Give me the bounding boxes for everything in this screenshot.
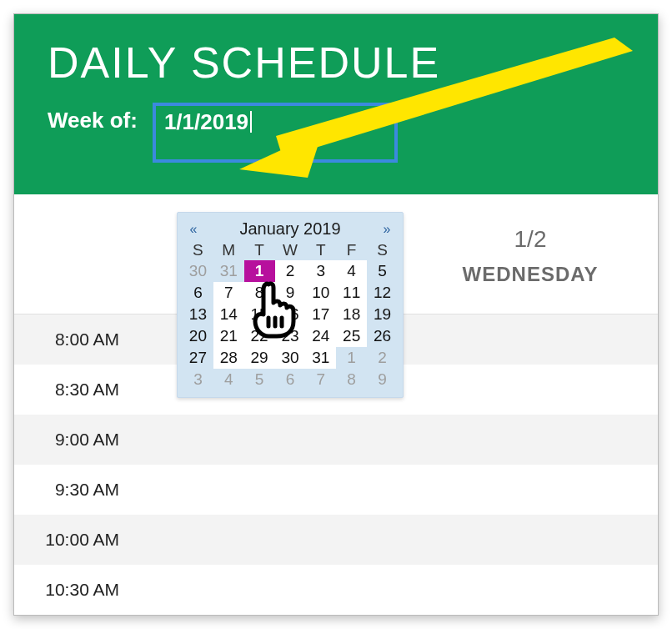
time-slot: 9:00 AM	[14, 415, 658, 465]
datepicker-day-cell[interactable]: 26	[367, 325, 398, 347]
week-of-label: Week of:	[48, 103, 138, 133]
datepicker-day-cell[interactable]: 27	[183, 347, 213, 369]
datepicker-day-cell[interactable]: 5	[244, 369, 275, 390]
datepicker-day-cell[interactable]: 1	[336, 347, 367, 369]
datepicker-day-cell[interactable]: 31	[213, 260, 244, 282]
datepicker-day-cell[interactable]: 17	[305, 304, 336, 325]
time-label: 8:00 AM	[14, 330, 148, 350]
datepicker-day-cell[interactable]: 31	[305, 347, 336, 369]
schedule-cell[interactable]	[148, 415, 401, 465]
time-label: 10:00 AM	[14, 530, 148, 550]
datepicker-next-button[interactable]: »	[379, 222, 394, 237]
datepicker-day-cell[interactable]: 6	[183, 282, 213, 304]
datepicker-day-cell[interactable]: 10	[305, 282, 336, 304]
dow-header: T	[244, 240, 275, 260]
datepicker-week-row: 3456789	[183, 369, 398, 390]
header: DAILY SCHEDULE Week of: 1/1/2019	[14, 14, 658, 198]
datepicker-day-cell[interactable]: 29	[244, 347, 275, 369]
datepicker-day-cell[interactable]: 25	[336, 325, 367, 347]
time-label: 10:30 AM	[14, 580, 148, 600]
dow-header: S	[367, 240, 398, 260]
dow-header: M	[213, 240, 244, 260]
datepicker-day-cell[interactable]: 21	[213, 325, 244, 347]
datepicker-day-cell[interactable]: 3	[305, 260, 336, 282]
datepicker-day-cell[interactable]: 9	[275, 282, 306, 304]
schedule-cell[interactable]	[401, 415, 659, 465]
datepicker-popup[interactable]: « January 2019 » S M T W T F S 303112345…	[177, 212, 404, 398]
schedule-cell[interactable]	[148, 515, 401, 565]
time-label: 9:30 AM	[14, 480, 148, 500]
datepicker-day-cell[interactable]: 9	[367, 369, 398, 390]
datepicker-day-cell[interactable]: 7	[305, 369, 336, 390]
datepicker-dow-row: S M T W T F S	[183, 240, 398, 260]
datepicker-day-cell[interactable]: 13	[183, 304, 213, 325]
datepicker-day-cell[interactable]: 28	[213, 347, 244, 369]
day-column-wednesday: 1/2 WEDNESDAY	[401, 198, 659, 314]
schedule-cell[interactable]	[401, 314, 659, 365]
datepicker-month-label[interactable]: January 2019	[239, 219, 340, 239]
datepicker-week-row: 6789101112	[183, 282, 398, 304]
datepicker-day-cell[interactable]: 19	[367, 304, 398, 325]
text-cursor-icon	[250, 111, 252, 133]
datepicker-day-cell[interactable]: 11	[336, 282, 367, 304]
time-label: 9:00 AM	[14, 430, 148, 450]
schedule-frame: DAILY SCHEDULE Week of: 1/1/2019 1/1 TUE…	[13, 13, 659, 616]
datepicker-prev-button[interactable]: «	[186, 222, 201, 237]
datepicker-day-cell[interactable]: 14	[213, 304, 244, 325]
datepicker-day-cell[interactable]: 30	[183, 260, 213, 282]
datepicker-day-cell[interactable]: 6	[275, 369, 306, 390]
dow-header: T	[305, 240, 336, 260]
datepicker-day-cell[interactable]: 20	[183, 325, 213, 347]
dow-header: F	[336, 240, 367, 260]
schedule-cell[interactable]	[401, 465, 659, 515]
day-name: WEDNESDAY	[463, 263, 599, 286]
datepicker-day-cell[interactable]: 15	[244, 304, 275, 325]
week-of-value: 1/1/2019	[164, 109, 248, 134]
time-slot: 10:30 AM	[14, 565, 658, 615]
time-gutter-header	[14, 198, 148, 314]
datepicker-day-cell[interactable]: 3	[183, 369, 213, 390]
dow-header: W	[275, 240, 306, 260]
datepicker-day-cell[interactable]: 18	[336, 304, 367, 325]
datepicker-header: « January 2019 »	[183, 218, 398, 240]
time-slot: 9:30 AM	[14, 465, 658, 515]
datepicker-week-row: 20212223242526	[183, 325, 398, 347]
day-date: 1/2	[514, 226, 547, 253]
datepicker-day-cell[interactable]: 4	[213, 369, 244, 390]
datepicker-day-cell[interactable]: 7	[213, 282, 244, 304]
datepicker-day-cell[interactable]: 16	[275, 304, 306, 325]
week-of-row: Week of: 1/1/2019	[48, 103, 624, 163]
dow-header: S	[183, 240, 213, 260]
datepicker-day-cell[interactable]: 23	[275, 325, 306, 347]
schedule-cell[interactable]	[401, 365, 659, 415]
datepicker-day-cell[interactable]: 30	[275, 347, 306, 369]
datepicker-day-cell[interactable]: 4	[336, 260, 367, 282]
time-slot: 10:00 AM	[14, 515, 658, 565]
time-label: 8:30 AM	[14, 380, 148, 400]
schedule-cell[interactable]	[401, 515, 659, 565]
page-title: DAILY SCHEDULE	[48, 38, 624, 88]
datepicker-day-cell[interactable]: 2	[367, 347, 398, 369]
datepicker-day-cell[interactable]: 8	[244, 282, 275, 304]
datepicker-week-row: 13141516171819	[183, 304, 398, 325]
datepicker-week-row: 272829303112	[183, 347, 398, 369]
datepicker-grid: S M T W T F S 30311234567891011121314151…	[183, 240, 398, 390]
datepicker-day-cell[interactable]: 8	[336, 369, 367, 390]
datepicker-day-cell[interactable]: 22	[244, 325, 275, 347]
datepicker-week-row: 303112345	[183, 260, 398, 282]
datepicker-day-cell[interactable]: 1	[244, 260, 275, 282]
schedule-cell[interactable]	[148, 465, 401, 515]
schedule-cell[interactable]	[148, 565, 401, 615]
datepicker-day-cell[interactable]: 2	[275, 260, 306, 282]
datepicker-day-cell[interactable]: 12	[367, 282, 398, 304]
schedule-cell[interactable]	[401, 565, 659, 615]
datepicker-day-cell[interactable]: 5	[367, 260, 398, 282]
datepicker-day-cell[interactable]: 24	[305, 325, 336, 347]
week-of-input[interactable]: 1/1/2019	[153, 103, 398, 163]
